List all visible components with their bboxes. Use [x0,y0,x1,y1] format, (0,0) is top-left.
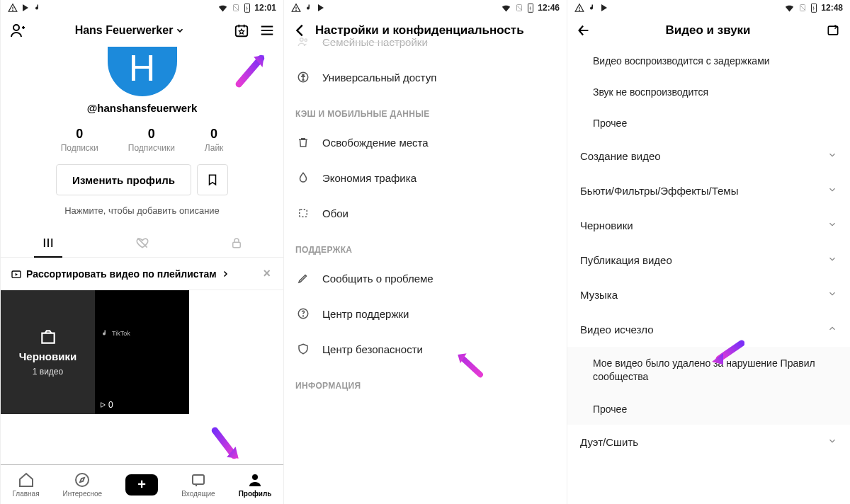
profile-name-selector[interactable]: Hans Feuerwerker [75,24,186,37]
profile-tabs [1,229,283,258]
stat-followers[interactable]: 0 Подписчики [128,127,175,153]
feedback-icon[interactable] [824,23,842,38]
sub-lagging[interactable]: Видео воспроизводится с задержками [567,45,850,76]
chevron-up-icon [827,323,837,336]
video-tile[interactable]: TikTok 0 [95,290,189,414]
sub-violation[interactable]: Мое видео было удалено за нарушение Прав… [567,347,850,394]
accessibility-icon [295,71,311,84]
play-store-icon [21,4,30,12]
tab-grid[interactable] [1,229,95,257]
no-sim-icon [232,4,240,12]
video-sounds-header: Видео и звуки [567,16,850,45]
warning-icon [574,3,584,13]
stat-likes[interactable]: 0 Лайк [205,127,224,153]
back-arrow-icon[interactable] [576,23,591,38]
row-wallpaper[interactable]: Обои [284,195,567,231]
section-cache: КЭШ И МОБИЛЬНЫЕ ДАННЫЕ [284,95,567,125]
sub-disappeared-other[interactable]: Прочее [567,394,850,425]
tab-private[interactable] [189,229,283,257]
svg-point-13 [300,38,304,42]
drafts-tile[interactable]: Черновики 1 видео [1,290,95,414]
row-safety-center[interactable]: Центр безопасности [284,331,567,367]
sub-no-sound[interactable]: Звук не воспроизводится [567,76,850,108]
item-create-video[interactable]: Создание видео [567,139,850,173]
wifi-icon [217,3,228,13]
warning-icon [291,3,301,13]
svg-rect-5 [232,242,240,248]
row-free-space[interactable]: Освобождение места [284,125,567,160]
nav-home[interactable]: Главная [13,471,40,498]
svg-rect-22 [812,4,817,12]
item-publish[interactable]: Публикация видео [567,243,850,277]
compass-icon [74,471,91,488]
warning-icon [8,3,18,13]
hamburger-menu-icon[interactable] [259,23,275,38]
profile-handle: @hanshansfeuerwerk [87,102,198,114]
nav-inbox[interactable]: Входящие [181,471,215,498]
close-icon[interactable]: × [260,266,273,281]
status-bar: 12:48 [567,0,850,16]
tiktok-note-icon [101,329,109,338]
heart-off-icon [135,236,149,250]
playlist-icon [11,268,22,280]
battery-charging-icon [810,3,817,13]
grid-icon [42,236,55,249]
bookmarks-button[interactable] [197,164,228,195]
profile-header: Hans Feuerwerker [1,16,283,45]
section-info: ИНФОРМАЦИЯ [284,367,567,396]
svg-rect-8 [193,475,204,484]
svg-point-20 [579,10,580,11]
row-help-center[interactable]: Центр поддержки [284,296,567,331]
tab-liked[interactable] [95,229,189,257]
svg-point-14 [305,39,307,41]
battery-charging-icon [527,3,534,13]
item-beauty-filters[interactable]: Бьюти/Фильтры/Эффекты/Темы [567,173,850,208]
add-friend-icon[interactable] [9,22,26,39]
settings-list: Семейные настройки Универсальный доступ … [284,24,567,396]
chevron-right-icon [221,270,230,278]
sub-other[interactable]: Прочее [567,108,850,139]
tiktok-note-icon [305,4,313,12]
item-music[interactable]: Музыка [567,277,850,312]
row-accessibility[interactable]: Универсальный доступ [284,59,567,95]
chevron-down-icon [827,289,837,301]
wallpaper-icon [295,207,311,219]
screen-profile: 12:01 Hans Feuerwerker H @hanshansfeuerw… [0,0,283,504]
help-icon [295,307,311,320]
home-icon [18,471,35,488]
avatar[interactable]: H [108,47,177,96]
stat-following[interactable]: 0 Подписки [61,127,98,153]
svg-point-16 [302,74,304,76]
nav-profile[interactable]: Профиль [239,471,272,498]
screen-settings: 12:46 Настройки и конфиденциальность Сем… [283,0,567,504]
battery-charging-icon [244,3,251,13]
row-data-saver[interactable]: Экономия трафика [284,160,567,195]
row-family-settings[interactable]: Семейные настройки [284,24,567,59]
item-video-disappeared[interactable]: Видео исчезло [567,312,850,347]
svg-point-19 [303,316,304,316]
profile-icon [246,471,264,488]
play-store-icon [600,4,608,12]
calendar-favorite-icon[interactable] [234,23,249,38]
nav-create[interactable]: + [125,474,158,496]
status-bar: 12:01 [1,0,283,16]
row-report-problem[interactable]: Сообщить о проблеме [284,260,567,296]
inbox-icon [190,471,207,488]
page-title: Видео и звуки [599,23,817,38]
screen-video-sounds: 12:48 Видео и звуки Видео воспроизводитс… [567,0,850,504]
stats-row: 0 Подписки 0 Подписчики 0 Лайк [1,127,283,153]
wifi-icon [501,3,511,13]
drafts-count: 1 видео [33,367,63,377]
bookmark-icon [206,173,219,186]
nav-discover[interactable]: Интересное [63,471,103,498]
item-duet-stitch[interactable]: Дуэт/Сшить [567,425,850,459]
chevron-down-icon [175,25,185,35]
add-bio-hint[interactable]: Нажмите, чтобы добавить описание [1,205,283,216]
svg-rect-17 [300,210,307,217]
playlist-sort-row[interactable]: Рассортировать видео по плейлистам × [1,258,283,290]
section-support: ПОДДЕРЖКА [284,231,567,260]
svg-point-0 [13,10,13,11]
item-drafts[interactable]: Черновики [567,208,850,243]
edit-profile-button[interactable]: Изменить профиль [56,164,191,195]
chevron-down-icon [827,185,837,197]
